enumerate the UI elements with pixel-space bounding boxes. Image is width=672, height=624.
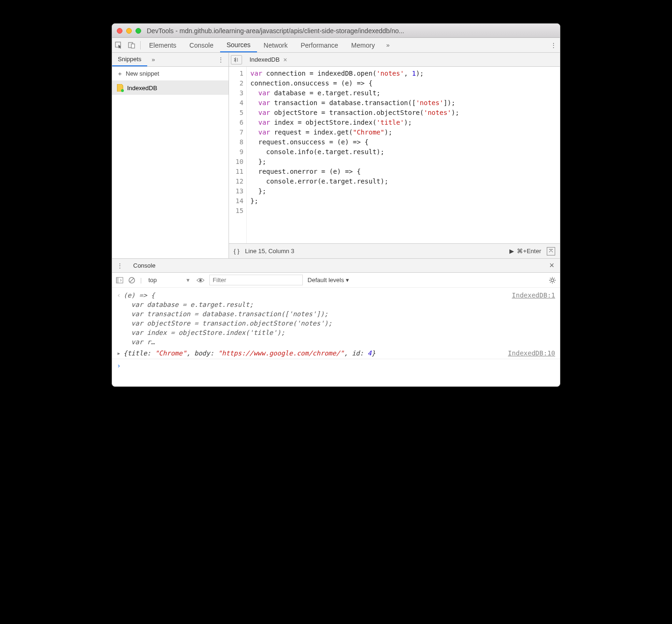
new-snippet-label: New snippet: [126, 70, 159, 77]
editor-tab[interactable]: IndexedDB ×: [246, 55, 291, 65]
more-tabs-icon[interactable]: »: [381, 42, 394, 49]
expand-arrow-icon[interactable]: ▸: [117, 348, 123, 358]
sidebar-menu-icon[interactable]: ⋮: [213, 56, 229, 63]
svg-point-7: [551, 279, 554, 282]
editor-tab-label: IndexedDB: [250, 56, 279, 63]
drawer-menu-icon[interactable]: ⋮: [112, 262, 128, 269]
log-levels-selector[interactable]: Default levels ▾: [307, 277, 349, 284]
run-snippet-button[interactable]: ▶ ⌘+Enter: [509, 248, 541, 255]
traffic-lights: [117, 28, 141, 34]
snippet-file-icon: [117, 84, 123, 92]
code-editor[interactable]: 123456789101112131415 var connection = i…: [229, 67, 560, 243]
console-settings-icon[interactable]: [549, 277, 556, 284]
console-row[interactable]: ‹(e) => { var database = e.target.result…: [112, 290, 560, 347]
main-tabbar: ElementsConsoleSourcesNetworkPerformance…: [112, 38, 560, 53]
close-drawer-icon[interactable]: ×: [543, 261, 560, 270]
main-menu-icon[interactable]: ⋮: [547, 42, 560, 49]
titlebar: DevTools - mdn.github.io/learning-area/j…: [112, 24, 560, 38]
source-link[interactable]: IndexedDB:1: [512, 291, 555, 300]
sidebar-tabs: Snippets » ⋮: [112, 53, 229, 67]
code-content[interactable]: var connection = indexedDB.open('notes',…: [247, 67, 463, 243]
expand-icon[interactable]: [547, 247, 555, 255]
minimize-window-button[interactable]: [126, 28, 132, 34]
editor-pane: IndexedDB × 123456789101112131415 var co…: [229, 53, 560, 258]
plus-icon: ＋: [117, 70, 123, 78]
console-drawer: ⋮ Console × | top ▾ Default levels ▾: [112, 258, 560, 386]
sidebar-more-icon[interactable]: »: [147, 56, 160, 63]
devtools-window: DevTools - mdn.github.io/learning-area/j…: [112, 23, 560, 387]
context-selector[interactable]: top ▾: [146, 276, 192, 284]
close-tab-icon[interactable]: ×: [283, 56, 287, 64]
console-filter-input[interactable]: [209, 275, 303, 285]
drawer-tab-console[interactable]: Console: [128, 262, 161, 269]
clear-console-icon[interactable]: [128, 277, 136, 284]
braces-icon[interactable]: { }: [234, 248, 239, 255]
cursor-position: Line 15, Column 3: [245, 248, 294, 255]
tab-memory[interactable]: Memory: [345, 38, 382, 52]
play-icon: ▶: [509, 248, 514, 255]
close-window-button[interactable]: [117, 28, 122, 34]
editor-statusbar: { } Line 15, Column 3 ▶ ⌘+Enter: [229, 243, 560, 258]
snippet-label: IndexedDB: [127, 85, 157, 92]
tab-performance[interactable]: Performance: [294, 38, 344, 52]
svg-rect-4: [116, 277, 119, 283]
editor-tabs: IndexedDB ×: [229, 53, 560, 67]
svg-rect-2: [131, 44, 135, 48]
inspect-icon[interactable]: [112, 42, 125, 49]
tab-elements[interactable]: Elements: [143, 38, 183, 52]
window-title: DevTools - mdn.github.io/learning-area/j…: [147, 27, 555, 35]
svg-point-6: [200, 279, 202, 281]
tab-network[interactable]: Network: [257, 38, 294, 52]
snippet-item[interactable]: IndexedDB: [112, 81, 229, 95]
nav-back-icon[interactable]: [231, 55, 242, 64]
console-toolbar: | top ▾ Default levels ▾: [112, 273, 560, 288]
run-shortcut-label: ⌘+Enter: [517, 248, 541, 255]
console-output[interactable]: ‹(e) => { var database = e.target.result…: [112, 288, 560, 386]
chevron-down-icon: ▾: [186, 277, 190, 284]
tab-snippets[interactable]: Snippets: [112, 53, 147, 66]
sidebar: Snippets » ⋮ ＋ New snippet IndexedDB: [112, 53, 229, 258]
source-link[interactable]: IndexedDB:10: [508, 348, 555, 358]
input-arrow-icon: ‹: [117, 291, 123, 300]
tab-console[interactable]: Console: [183, 38, 220, 52]
line-gutter: 123456789101112131415: [229, 67, 247, 243]
console-row[interactable]: ▸{title: "Chrome", body: "https://www.go…: [112, 347, 560, 359]
device-toggle-icon[interactable]: [125, 42, 138, 49]
new-snippet-button[interactable]: ＋ New snippet: [112, 67, 229, 81]
console-prompt[interactable]: ›: [112, 359, 560, 372]
console-sidebar-toggle-icon[interactable]: [116, 277, 123, 284]
zoom-window-button[interactable]: [136, 28, 141, 34]
tab-sources[interactable]: Sources: [220, 38, 257, 52]
eye-icon[interactable]: [196, 277, 205, 283]
